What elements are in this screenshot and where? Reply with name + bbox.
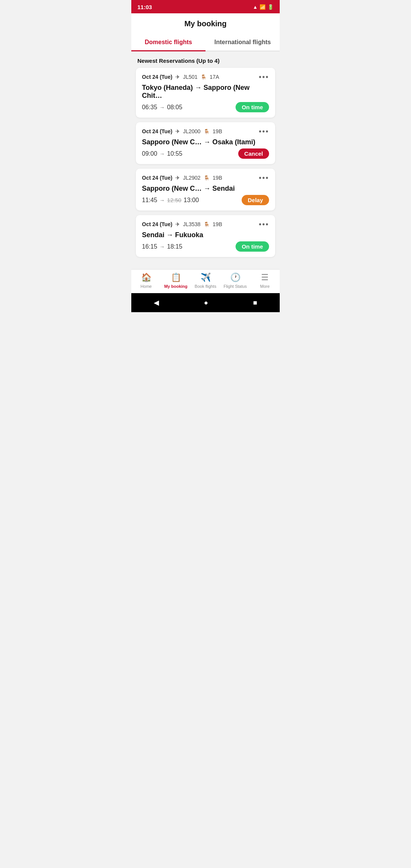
- flight-times: 11:45 → 12:50 13:00: [142, 197, 199, 204]
- bottom-navigation: 🏠 Home 📋 My booking ✈️ Book flights 🕐 Fl…: [131, 269, 280, 293]
- seat-number: 17A: [210, 74, 219, 80]
- flight-date: Oct 24 (Tue): [142, 74, 172, 80]
- flight-route: Sapporo (New C… → Osaka (Itami): [142, 138, 269, 146]
- departure-time: 11:45: [142, 197, 157, 204]
- android-home[interactable]: ●: [204, 299, 208, 307]
- flight-status-badge: On time: [236, 102, 269, 112]
- departure-time: 09:00: [142, 150, 157, 157]
- plane-icon: ✈: [175, 175, 180, 181]
- departure-time: 16:15: [142, 243, 157, 250]
- arrival-time: 18:15: [167, 243, 182, 250]
- seat-icon: 🪑: [204, 222, 210, 227]
- tab-international[interactable]: International flights: [206, 34, 280, 51]
- seat-icon: 🪑: [204, 129, 210, 134]
- nav-home[interactable]: 🏠 Home: [131, 273, 161, 289]
- flight-times: 09:00 → 10:55: [142, 150, 182, 157]
- section-label-row: Newest Reservations (Up to 4): [136, 51, 275, 68]
- flight-status-badge: Delay: [242, 195, 269, 205]
- plane-icon: ✈: [175, 128, 180, 134]
- plane-icon: ✈: [175, 74, 180, 80]
- flight-number: JL501: [183, 74, 198, 80]
- flight-number: JL2902: [183, 175, 201, 181]
- flight-number: JL2000: [183, 128, 201, 134]
- nav-more[interactable]: ☰ More: [250, 273, 280, 289]
- more-options-button[interactable]: •••: [259, 73, 269, 81]
- android-back[interactable]: ◀: [154, 298, 159, 307]
- flight-status-icon: 🕐: [230, 273, 241, 282]
- card-header-left: Oct 24 (Tue) ✈ JL2000 🪑 19B: [142, 128, 222, 134]
- tab-domestic[interactable]: Domestic flights: [131, 34, 206, 51]
- status-time: 11:03: [137, 4, 152, 10]
- flight-status-badge: Cancel: [238, 148, 269, 159]
- home-icon: 🏠: [141, 273, 151, 282]
- time-arrow-icon: →: [159, 151, 165, 157]
- more-icon: ☰: [261, 273, 269, 282]
- nav-flight-status[interactable]: 🕐 Flight Status: [220, 273, 250, 289]
- more-options-button[interactable]: •••: [259, 174, 269, 182]
- seat-number: 19B: [213, 175, 222, 181]
- times-status-row: 09:00 → 10:55 Cancel: [142, 148, 269, 159]
- my-booking-icon: 📋: [171, 273, 181, 282]
- seat-icon: 🪑: [201, 74, 207, 80]
- android-recent[interactable]: ■: [253, 299, 257, 307]
- arrival-time: 10:55: [167, 150, 182, 157]
- flight-card-3[interactable]: Oct 24 (Tue) ✈ JL2902 🪑 19B ••• Sapporo …: [136, 169, 275, 211]
- flight-date: Oct 24 (Tue): [142, 128, 172, 134]
- nav-more-label: More: [260, 284, 269, 289]
- seat-number: 19B: [213, 221, 222, 227]
- flight-route: Tokyo (Haneda) → Sapporo (New Chit…: [142, 84, 269, 100]
- flight-route: Sendai → Fukuoka: [142, 231, 269, 239]
- more-options-button[interactable]: •••: [259, 220, 269, 228]
- flight-date: Oct 24 (Tue): [142, 175, 172, 181]
- times-status-row: 06:35 → 08:05 On time: [142, 102, 269, 112]
- seat-icon: 🪑: [204, 175, 210, 181]
- card-header: Oct 24 (Tue) ✈ JL501 🪑 17A •••: [142, 73, 269, 81]
- page-title: My booking: [131, 19, 280, 34]
- flight-number: JL3538: [183, 221, 201, 227]
- flight-times: 16:15 → 18:15: [142, 243, 182, 250]
- card-header: Oct 24 (Tue) ✈ JL2902 🪑 19B •••: [142, 174, 269, 182]
- nav-book-flights-label: Book flights: [195, 284, 217, 289]
- tab-bar: Domestic flights International flights: [131, 34, 280, 51]
- plane-icon: ✈: [175, 221, 180, 227]
- battery-icon: 🔋: [268, 4, 274, 10]
- time-arrow-icon: →: [159, 104, 165, 110]
- card-header-left: Oct 24 (Tue) ✈ JL501 🪑 17A: [142, 74, 219, 80]
- times-status-row: 11:45 → 12:50 13:00 Delay: [142, 195, 269, 205]
- flight-card-2[interactable]: Oct 24 (Tue) ✈ JL2000 🪑 19B ••• Sapporo …: [136, 122, 275, 164]
- section-title: Newest Reservations (Up to 4): [136, 51, 221, 68]
- nav-home-label: Home: [140, 284, 151, 289]
- card-header: Oct 24 (Tue) ✈ JL2000 🪑 19B •••: [142, 128, 269, 135]
- card-header: Oct 24 (Tue) ✈ JL3538 🪑 19B •••: [142, 220, 269, 228]
- nav-book-flights[interactable]: ✈️ Book flights: [191, 273, 220, 289]
- android-navigation: ◀ ● ■: [131, 293, 280, 312]
- seat-number: 19B: [213, 128, 222, 134]
- time-arrow-icon: →: [159, 197, 165, 203]
- card-header-left: Oct 24 (Tue) ✈ JL2902 🪑 19B: [142, 175, 222, 181]
- more-options-button[interactable]: •••: [259, 128, 269, 135]
- arrival-time: 08:05: [167, 104, 182, 111]
- nav-my-booking-label: My booking: [164, 284, 187, 289]
- times-status-row: 16:15 → 18:15 On time: [142, 241, 269, 252]
- flight-list: Oct 24 (Tue) ✈ JL501 🪑 17A ••• Tokyo (Ha…: [136, 68, 275, 257]
- signal-icon: 📶: [260, 4, 266, 10]
- header: My booking Domestic flights Internationa…: [131, 13, 280, 51]
- original-arrival-time: 12:50: [167, 197, 182, 203]
- flight-status-badge: On time: [236, 241, 269, 252]
- flight-card-4[interactable]: Oct 24 (Tue) ✈ JL3538 🪑 19B ••• Sendai →…: [136, 215, 275, 257]
- nav-flight-status-label: Flight Status: [223, 284, 247, 289]
- flight-route: Sapporo (New C… → Sendai: [142, 185, 269, 193]
- status-bar: 11:03 ▲ 📶 🔋: [131, 0, 280, 13]
- book-flights-icon: ✈️: [201, 273, 211, 282]
- departure-time: 06:35: [142, 104, 157, 111]
- flight-card-1[interactable]: Oct 24 (Tue) ✈ JL501 🪑 17A ••• Tokyo (Ha…: [136, 68, 275, 118]
- content-area: Newest Reservations (Up to 4) Oct 24 (Tu…: [131, 51, 280, 269]
- flight-times: 06:35 → 08:05: [142, 104, 182, 111]
- status-icons: ▲ 📶 🔋: [253, 4, 274, 10]
- nav-my-booking[interactable]: 📋 My booking: [161, 273, 191, 289]
- time-arrow-icon: →: [159, 244, 165, 250]
- card-header-left: Oct 24 (Tue) ✈ JL3538 🪑 19B: [142, 221, 222, 227]
- delayed-arrival-time: 13:00: [184, 197, 199, 204]
- wifi-icon: ▲: [253, 4, 258, 10]
- flight-date: Oct 24 (Tue): [142, 221, 172, 227]
